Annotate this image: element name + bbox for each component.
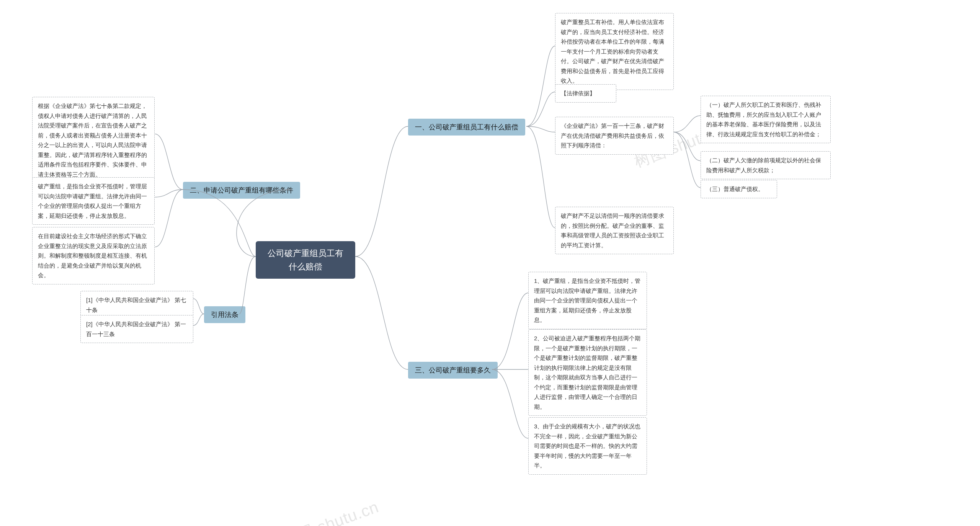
leaf-b1-l2: 【法律依据】 xyxy=(555,84,616,103)
leaf-b2-l2: 破产重组，是指当企业资不抵债时，管理层可以向法院申请破产重组。法律允许由同一个企… xyxy=(32,177,155,225)
leaf-b2-l3: 在目前建设社会主义市场经济的形式下确立企业重整立法的现实意义及应采取的立法原则。… xyxy=(32,227,155,284)
leaf-b1-l1: 破产重整员工有补偿。用人单位依法宣布破产的，应当向员工支付经济补偿。经济补偿按劳… xyxy=(555,13,674,90)
branch-section-1: 一、公司破产重组员工有什么赔偿 xyxy=(408,119,525,136)
leaf-b2-l1: 根据《企业破产法》第七十条第二款规定，债权人申请对债务人进行破产清算的，人民法院… xyxy=(32,97,155,183)
branch-references: 引用法条 xyxy=(204,306,245,323)
branch-section-2: 二、申请公司破产重组有哪些条件 xyxy=(183,182,300,199)
root-node: 公司破产重组员工有什么赔偿 xyxy=(256,241,355,279)
leaf-b1-l3c: （三）普通破产债权。 xyxy=(701,180,777,198)
branch-section-3: 三、公司破产重组要多久 xyxy=(408,362,498,379)
leaf-b1-l3: 《企业破产法》第一百一十三条，破产财产在优先清偿破产费用和共益债务后，依照下列顺… xyxy=(555,117,674,155)
leaf-b4-l2: [2]《中华人民共和国企业破产法》 第一百一十三条 xyxy=(80,315,193,343)
leaf-b1-l3b: （二）破产人欠缴的除前项规定以外的社会保险费用和破产人所欠税款； xyxy=(701,151,831,179)
leaf-b3-l3: 3、由于企业的规模有大小，破产的状况也不完全一样，因此，企业破产重组为新公司需要… xyxy=(528,417,647,475)
leaf-b1-l3a: （一）破产人所欠职工的工资和医疗、伤残补助、抚恤费用，所欠的应当划入职工个人账户… xyxy=(701,96,831,143)
watermark: 树图 shutu.cn xyxy=(279,496,382,526)
leaf-b3-l1: 1、破产重组，是指当企业资不抵债时，管理层可以向法院申请破产重组。法律允许由同一… xyxy=(528,272,647,329)
leaf-b1-l4: 破产财产不足以清偿同一顺序的清偿要求的，按照比例分配。破产企业的董事、监事和高级… xyxy=(555,207,674,254)
leaf-b3-l2: 2、公司被迫进入破产重整程序包括两个期限，一个是破产重整计划的执行期限，一个是破… xyxy=(528,329,647,416)
